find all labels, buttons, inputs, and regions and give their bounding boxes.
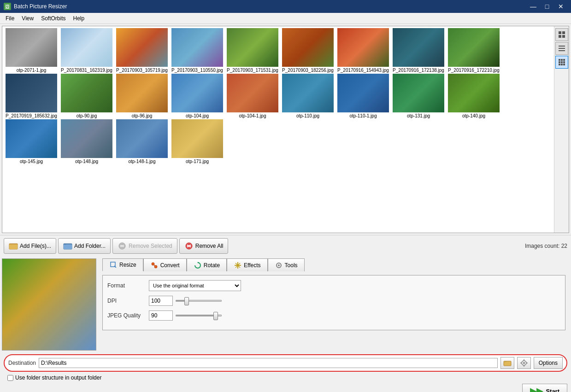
list-item[interactable]: P_20170903_110550.jpg xyxy=(170,28,224,73)
svg-rect-20 xyxy=(64,245,72,249)
list-item[interactable]: otp-104.jpg xyxy=(170,74,224,118)
start-label: Start xyxy=(546,388,559,392)
list-item[interactable]: otp-171.jpg xyxy=(170,119,224,164)
destination-folder-button[interactable] xyxy=(500,357,514,369)
tab-rotate-label: Rotate xyxy=(204,262,220,269)
tab-effects[interactable]: Effects xyxy=(227,258,267,271)
add-files-button[interactable]: Add File(s)... xyxy=(4,238,56,254)
dpi-input[interactable]: 100 xyxy=(149,296,173,306)
preview-image xyxy=(2,258,96,351)
preview-bg xyxy=(2,259,96,350)
tab-convert[interactable]: Convert xyxy=(143,258,187,271)
view-grid-button[interactable] xyxy=(555,56,568,69)
settings-content: Format Use the original formatJPEGPNGBMP… xyxy=(102,275,565,330)
images-count: Images count: 22 xyxy=(525,243,567,249)
options-button[interactable]: Options xyxy=(534,357,563,369)
list-item[interactable]: otp-96.jpg xyxy=(115,74,169,118)
list-item[interactable]: otp-140.jpg xyxy=(447,74,501,118)
add-files-icon xyxy=(9,241,18,251)
destination-gear-button[interactable] xyxy=(517,357,531,369)
rotate-icon xyxy=(194,261,202,269)
list-item[interactable]: otp-148.jpg xyxy=(59,119,114,164)
svg-rect-42 xyxy=(524,359,524,361)
add-folder-icon xyxy=(63,241,72,251)
svg-rect-10 xyxy=(559,61,560,63)
start-button[interactable]: ▶▶ Start xyxy=(522,384,567,392)
svg-rect-1 xyxy=(562,31,565,34)
list-item[interactable]: P_20170903_182256.jpg xyxy=(281,28,335,73)
image-filename: otp-90.jpg xyxy=(77,113,97,118)
effects-icon xyxy=(234,261,242,269)
image-thumbnail xyxy=(282,28,334,67)
list-item[interactable]: otp-110.jpg xyxy=(281,74,335,118)
add-folder-button[interactable]: Add Folder... xyxy=(58,238,111,254)
list-item[interactable]: P_20170903_105719.jpg xyxy=(115,28,169,73)
list-item[interactable]: P_20170916_172138.jpg xyxy=(391,28,446,73)
image-thumbnail xyxy=(61,74,112,112)
folder-structure-checkbox[interactable] xyxy=(7,375,13,381)
svg-rect-3 xyxy=(562,35,565,38)
image-filename: otp-131.jpg xyxy=(407,113,430,118)
list-item[interactable]: P_20170919_185632.jpg xyxy=(4,74,59,118)
maximize-button[interactable]: □ xyxy=(541,2,553,11)
menu-softorbits[interactable]: SoftOrbits xyxy=(37,13,69,23)
view-list-button[interactable] xyxy=(555,42,568,55)
remove-all-button[interactable]: Remove All xyxy=(179,238,229,254)
image-thumbnail xyxy=(171,28,223,67)
format-select[interactable]: Use the original formatJPEGPNGBMPGIFTIFF xyxy=(149,280,241,291)
image-grid-container: otp-2071-1.jpgP_20170831_162319.jpgP_201… xyxy=(2,26,569,233)
svg-rect-8 xyxy=(561,59,563,61)
add-files-label: Add File(s)... xyxy=(20,243,51,249)
image-filename: P_20170903_105719.jpg xyxy=(116,68,168,73)
image-thumbnail xyxy=(227,28,278,67)
format-control: Use the original formatJPEGPNGBMPGIFTIFF xyxy=(149,280,241,291)
jpeg-quality-slider-thumb[interactable] xyxy=(213,312,218,320)
list-item[interactable]: otp-104-1.jpg xyxy=(225,74,280,118)
list-item[interactable]: P_20170916_154943.jpg xyxy=(336,28,390,73)
destination-input[interactable]: D:\Results xyxy=(39,358,498,368)
tab-resize-label: Resize xyxy=(119,262,136,268)
image-thumbnail xyxy=(116,119,168,158)
minimize-button[interactable]: — xyxy=(527,2,540,11)
list-item[interactable]: otp-2071-1.jpg xyxy=(4,28,59,73)
dpi-slider[interactable] xyxy=(176,300,222,302)
list-item[interactable]: otp-145.jpg xyxy=(4,119,59,164)
list-item[interactable]: P_20170831_162319.jpg xyxy=(59,28,114,73)
view-large-icon-button[interactable] xyxy=(555,28,568,41)
list-item[interactable]: otp-131.jpg xyxy=(391,74,446,118)
tab-tools[interactable]: Tools xyxy=(268,258,305,271)
image-thumbnail xyxy=(227,74,278,112)
image-filename: P_20170916_172210.jpg xyxy=(448,68,500,73)
start-arrow-icon: ▶▶ xyxy=(530,386,543,392)
dpi-slider-thumb[interactable] xyxy=(184,297,189,305)
tab-resize[interactable]: Resize xyxy=(102,258,143,271)
image-thumbnail xyxy=(116,74,168,112)
jpeg-quality-slider[interactable] xyxy=(176,315,222,316)
menu-file[interactable]: File xyxy=(2,13,18,23)
convert-icon xyxy=(150,261,159,269)
list-item[interactable]: otp-110-1.jpg xyxy=(336,74,390,118)
tab-rotate[interactable]: Rotate xyxy=(187,258,227,271)
menu-help[interactable]: Help xyxy=(70,13,88,23)
image-thumbnail xyxy=(393,74,444,112)
list-item[interactable]: P_20170916_172210.jpg xyxy=(447,28,501,73)
image-thumbnail xyxy=(448,74,500,112)
list-item[interactable]: otp-90.jpg xyxy=(59,74,114,118)
jpeg-quality-input[interactable]: 90 xyxy=(149,310,173,321)
svg-rect-0 xyxy=(559,31,561,34)
image-thumbnail xyxy=(6,74,57,112)
image-thumbnail xyxy=(171,119,223,158)
jpeg-quality-slider-track xyxy=(176,315,222,316)
folder-structure-label: Use folder structure in output folder xyxy=(15,374,101,381)
remove-selected-button[interactable]: Remove Selected xyxy=(112,238,177,254)
svg-rect-44 xyxy=(520,363,522,363)
svg-rect-45 xyxy=(526,363,528,363)
remove-selected-label: Remove Selected xyxy=(129,243,172,249)
list-item[interactable]: otp-148-1.jpg xyxy=(115,119,169,164)
tools-icon xyxy=(275,261,283,269)
close-button[interactable]: ✕ xyxy=(554,2,567,11)
preview-panel xyxy=(2,258,99,351)
menu-view[interactable]: View xyxy=(18,13,37,23)
list-item[interactable]: P_20170903_171531.jpg xyxy=(225,28,280,73)
tab-convert-label: Convert xyxy=(160,262,180,269)
